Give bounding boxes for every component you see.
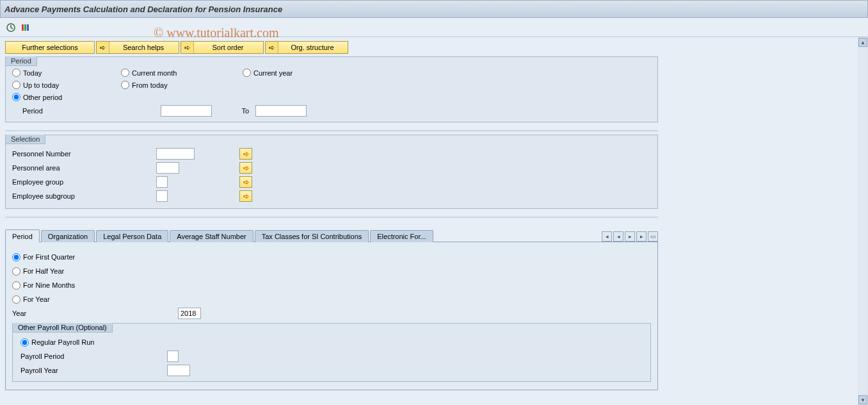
radio-current-month[interactable]: Current month (121, 69, 243, 77)
svg-rect-2 (24, 24, 26, 31)
action-button-bar: Further selections ➪ Search helps ➪ Sort… (5, 41, 863, 54)
payroll-period-label: Payroll Period (20, 352, 165, 360)
employee-subgroup-label: Employee subgroup (12, 192, 156, 200)
period-group-title: Period (6, 56, 37, 66)
period-label: Period (12, 107, 148, 115)
vertical-scrollbar[interactable]: ▲ ▼ (858, 37, 868, 405)
personnel-number-label: Personnel Number (12, 150, 156, 158)
further-selections-button[interactable]: Further selections (5, 41, 95, 54)
execute-icon[interactable] (5, 22, 17, 33)
other-payroll-run-group: Other Payroll Run (Optional) Regular Pay… (12, 323, 651, 382)
radio-up-to-today[interactable]: Up to today (12, 81, 121, 89)
tab-scroll-next-icon[interactable]: ▸ (625, 231, 635, 242)
radio-from-today[interactable]: From today (121, 81, 243, 89)
arrow-right-icon: ➪ (269, 44, 275, 52)
employee-subgroup-input[interactable] (156, 190, 168, 202)
selection-group: Selection Personnel Number ➪ Personnel a… (5, 135, 658, 209)
tab-scroll-last-icon[interactable]: ▸ (636, 231, 647, 242)
tab-average-staff-number[interactable]: Average Staff Number (170, 230, 253, 242)
personnel-area-input[interactable] (156, 162, 179, 174)
layout-icon[interactable] (19, 22, 31, 33)
scroll-up-icon[interactable]: ▲ (858, 38, 867, 47)
radio-for-year[interactable]: For Year (12, 295, 50, 304)
personnel-number-multi-button[interactable]: ➪ (239, 148, 252, 160)
application-toolbar (0, 18, 868, 37)
title-bar: Advance Payments Calculation and Declara… (0, 0, 868, 18)
content-area: Further selections ➪ Search helps ➪ Sort… (0, 37, 868, 405)
tab-electronic-format[interactable]: Electronic For... (370, 230, 433, 242)
arrow-right-icon: ➪ (100, 44, 106, 52)
main-window: Advance Payments Calculation and Declara… (0, 0, 868, 405)
selection-group-title: Selection (6, 135, 45, 144)
search-helps-button[interactable]: ➪ Search helps (96, 41, 179, 54)
org-structure-button[interactable]: ➪ Org. structure (265, 41, 348, 54)
window-title: Advance Payments Calculation and Declara… (4, 4, 282, 14)
tab-legal-person-data[interactable]: Legal Person Data (96, 230, 168, 242)
payroll-period-input[interactable] (167, 351, 179, 362)
tab-page-period: For First Quarter For Half Year For Nine… (5, 242, 658, 390)
tab-scroll-prev-icon[interactable]: ◂ (613, 231, 623, 242)
tab-strip: Period Organization Legal Person Data Av… (5, 229, 658, 242)
period-to-input[interactable] (255, 105, 307, 117)
radio-current-year[interactable]: Current year (243, 69, 339, 77)
employee-group-input[interactable] (156, 176, 168, 188)
personnel-area-label: Personnel area (12, 164, 156, 172)
period-group: Period Today Current month Current year … (5, 56, 658, 122)
tab-period[interactable]: Period (5, 229, 40, 242)
tab-tax-classes[interactable]: Tax Classes for SI Contributions (255, 230, 369, 242)
personnel-number-input[interactable] (156, 148, 195, 160)
arrow-right-icon: ➪ (184, 44, 190, 52)
radio-today[interactable]: Today (12, 69, 121, 77)
sort-order-button[interactable]: ➪ Sort order (181, 41, 264, 54)
period-to-label: To (214, 107, 253, 115)
employee-group-multi-button[interactable]: ➪ (239, 176, 252, 188)
employee-subgroup-multi-button[interactable]: ➪ (239, 190, 252, 202)
tab-organization[interactable]: Organization (41, 230, 95, 242)
year-input[interactable] (178, 308, 201, 319)
other-payroll-run-title: Other Payroll Run (Optional) (13, 323, 113, 333)
year-label: Year (12, 310, 175, 317)
radio-regular-payroll-run[interactable]: Regular Payroll Run (20, 338, 94, 347)
svg-rect-1 (22, 24, 24, 31)
svg-rect-3 (27, 24, 29, 31)
tab-scroll-first-icon[interactable]: ◂ (602, 231, 612, 242)
payroll-year-input[interactable] (167, 365, 190, 376)
radio-half-year[interactable]: For Half Year (12, 267, 64, 276)
scroll-down-icon[interactable]: ▼ (858, 395, 867, 404)
period-from-input[interactable] (161, 105, 212, 117)
tab-list-icon[interactable]: ▭ (648, 231, 658, 242)
radio-other-period[interactable]: Other period (12, 93, 121, 101)
employee-group-label: Employee group (12, 178, 156, 186)
radio-first-quarter[interactable]: For First Quarter (12, 253, 75, 261)
payroll-year-label: Payroll Year (20, 367, 165, 374)
scroll-track[interactable] (858, 48, 867, 394)
radio-nine-months[interactable]: For Nine Months (12, 281, 75, 290)
personnel-area-multi-button[interactable]: ➪ (239, 162, 252, 174)
